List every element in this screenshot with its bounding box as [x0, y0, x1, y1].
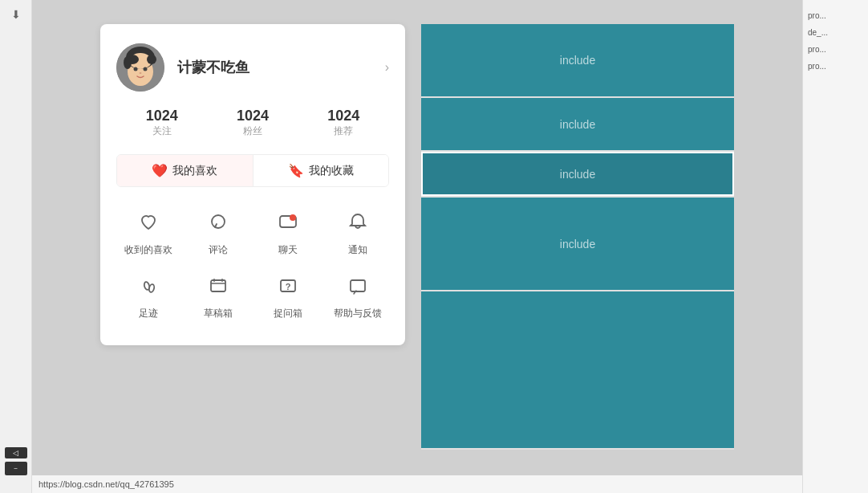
footprint-icon-wrapper — [132, 270, 164, 302]
menu-item-liked[interactable]: 收到的喜欢 — [116, 206, 180, 257]
svg-text:?: ? — [285, 282, 290, 291]
question-icon-wrapper: ? — [272, 270, 304, 302]
profile-header: 计蒙不吃鱼 › — [116, 43, 389, 92]
bookmark-icon: 🔖 — [288, 163, 304, 178]
svg-rect-18 — [351, 280, 365, 291]
following-count: 1024 — [146, 108, 178, 124]
menu-label-notification: 通知 — [348, 243, 367, 257]
menu-label-liked: 收到的喜欢 — [124, 243, 172, 257]
comment-icon-wrapper — [202, 206, 234, 238]
teal-block-1-label: include — [560, 54, 595, 67]
menu-label-help: 帮助与反馈 — [334, 307, 382, 320]
svg-point-9 — [147, 55, 156, 64]
teal-block-4-label: include — [560, 238, 595, 251]
menu-label-chat: 聊天 — [278, 243, 298, 257]
help-icon-wrapper — [342, 270, 374, 302]
heart-icon: ❤️ — [152, 163, 168, 178]
url-text: https://blog.csdn.net/qq_42761395 — [39, 479, 174, 489]
teal-block-3-label: include — [560, 168, 595, 181]
file-item[interactable]: pro... — [803, 59, 868, 74]
svg-point-6 — [140, 72, 142, 74]
teal-block-4[interactable]: include — [421, 198, 734, 290]
svg-point-5 — [144, 67, 148, 71]
svg-point-8 — [124, 56, 132, 69]
svg-point-4 — [134, 67, 138, 71]
tab-favorites-label: 我的收藏 — [309, 164, 354, 178]
menu-label-comment: 评论 — [209, 243, 228, 257]
chat-icon-wrapper — [272, 206, 304, 238]
left-sidebar: ⬇ — [0, 0, 32, 493]
teal-panel: include include include include — [421, 24, 734, 450]
menu-item-draft[interactable]: 草稿箱 — [186, 270, 249, 320]
recommend-count: 1024 — [327, 108, 359, 124]
recommend-label: 推荐 — [327, 124, 359, 138]
chevron-right-icon[interactable]: › — [385, 60, 389, 75]
fans-label: 粉丝 — [237, 124, 269, 138]
stats-row: 1024 关注 1024 粉丝 1024 推荐 — [116, 108, 389, 138]
menu-label-draft: 草稿箱 — [204, 307, 233, 320]
draft-icon-wrapper — [202, 270, 234, 302]
stat-following[interactable]: 1024 关注 — [146, 108, 178, 138]
file-item[interactable]: pro... — [803, 42, 868, 57]
menu-item-chat[interactable]: 聊天 — [256, 206, 319, 257]
collapse-button[interactable]: ◁ — [5, 447, 27, 458]
stat-fans[interactable]: 1024 粉丝 — [237, 108, 269, 138]
file-item[interactable]: pro... — [803, 8, 868, 23]
avatar[interactable] — [116, 43, 164, 92]
menu-item-notification[interactable]: 通知 — [326, 206, 389, 257]
teal-block-2-label: include — [560, 118, 595, 131]
tab-favorites[interactable]: 🔖 我的收藏 — [254, 155, 389, 186]
menu-item-help[interactable]: 帮助与反馈 — [326, 270, 389, 320]
menu-item-footprint[interactable]: 足迹 — [116, 270, 180, 320]
menu-label-question: 捉问箱 — [274, 307, 302, 320]
download-icon[interactable]: ⬇ — [11, 8, 21, 21]
fans-count: 1024 — [237, 108, 269, 124]
main-content: 计蒙不吃鱼 › 1024 关注 1024 粉丝 1024 推荐 ❤️ 我的喜欢 — [32, 0, 802, 493]
teal-block-3[interactable]: include — [421, 152, 734, 196]
profile-card: 计蒙不吃鱼 › 1024 关注 1024 粉丝 1024 推荐 ❤️ 我的喜欢 — [100, 24, 405, 345]
right-file-list: pro... de_... pro... pro... — [802, 0, 868, 493]
svg-point-10 — [212, 215, 225, 228]
following-label: 关注 — [146, 124, 178, 138]
teal-block-2[interactable]: include — [421, 98, 734, 150]
tab-likes[interactable]: ❤️ 我的喜欢 — [117, 155, 253, 186]
teal-block-5[interactable] — [421, 291, 734, 448]
svg-point-12 — [290, 214, 296, 221]
url-bar: https://blog.csdn.net/qq_42761395 — [32, 475, 802, 493]
menu-grid: 收到的喜欢 评论 — [116, 206, 389, 320]
bottom-left-panel: ◁ － — [0, 429, 32, 493]
bell-icon-wrapper — [342, 206, 374, 238]
menu-item-question[interactable]: ? 捉问箱 — [256, 270, 319, 320]
menu-label-footprint: 足迹 — [139, 307, 158, 320]
tab-buttons: ❤️ 我的喜欢 🔖 我的收藏 — [116, 154, 389, 187]
menu-item-comment[interactable]: 评论 — [186, 206, 249, 257]
teal-block-1[interactable]: include — [421, 24, 734, 96]
minus-button[interactable]: － — [5, 462, 27, 475]
svg-rect-15 — [211, 280, 225, 291]
stat-recommend[interactable]: 1024 推荐 — [327, 108, 359, 138]
liked-icon-wrapper — [132, 206, 164, 238]
username: 计蒙不吃鱼 — [177, 58, 385, 77]
file-item[interactable]: de_... — [803, 25, 868, 40]
tab-likes-label: 我的喜欢 — [172, 164, 217, 178]
